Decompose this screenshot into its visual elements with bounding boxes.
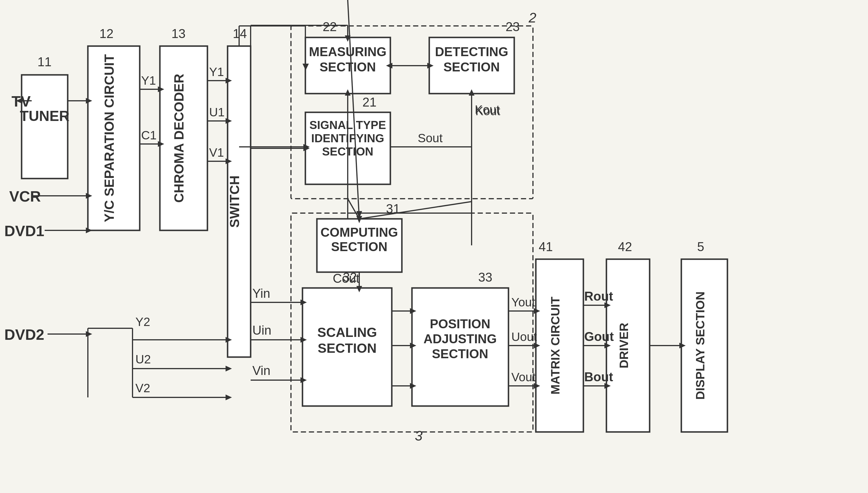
rout-label: Rout xyxy=(584,289,613,303)
svg-rect-3 xyxy=(22,75,68,178)
display-label: DISPLAY SECTION xyxy=(694,292,707,400)
yout-label: Yout xyxy=(511,296,535,309)
uin-label: Uin xyxy=(252,323,271,337)
y1-label2: Y1 xyxy=(209,65,224,79)
vout-label: Vout xyxy=(511,370,535,384)
sout-label: Sout xyxy=(418,131,443,145)
scaling-label1: SCALING xyxy=(317,325,377,340)
bout-label: Bout xyxy=(584,370,613,384)
label-num33: 33 xyxy=(478,270,492,284)
label-num22: 22 xyxy=(323,20,337,34)
yin-label: Yin xyxy=(252,286,270,300)
label-num42: 42 xyxy=(618,240,632,254)
block-diagram: 2 3 TUNER 11 Y/C SEPARATION CIRCUIT 12 C… xyxy=(0,0,868,493)
label-num41: 41 xyxy=(539,240,553,254)
label-num5: 5 xyxy=(697,240,704,254)
matrix-label: MATRIX CIRCUIT xyxy=(549,297,562,394)
cout-label: Cout xyxy=(333,271,360,285)
label-num23: 23 xyxy=(506,20,520,34)
pos-adj-label1: POSITION xyxy=(430,317,490,331)
c1-label: C1 xyxy=(141,128,157,142)
scaling-label2: SECTION xyxy=(318,341,377,356)
switch-label: SWITCH xyxy=(227,175,242,228)
measuring-label2: SECTION xyxy=(319,60,376,74)
dvd2-label: DVD2 xyxy=(4,326,44,343)
gout-label: Gout xyxy=(584,329,614,344)
detecting-label1: DETECTING xyxy=(435,45,508,59)
detecting-label2: SECTION xyxy=(443,60,500,74)
label-num2: 2 xyxy=(528,10,536,25)
driver-label: DRIVER xyxy=(617,323,631,369)
y2-label: Y2 xyxy=(135,315,150,328)
y1-label1: Y1 xyxy=(141,74,156,87)
v2-label: V2 xyxy=(135,381,150,395)
pos-adj-label3: SECTION xyxy=(432,347,488,361)
label-num11: 11 xyxy=(38,55,51,69)
yc-sep-label: Y/C SEPARATION CIRCUIT xyxy=(102,54,117,222)
vin-label: Vin xyxy=(252,363,271,378)
pos-adj-label2: ADJUSTING xyxy=(423,332,497,346)
label-num13: 13 xyxy=(171,26,186,41)
label-num21: 21 xyxy=(362,95,377,109)
dvd1-label: DVD1 xyxy=(4,222,44,239)
uout-label: Uout xyxy=(511,330,537,344)
tuner-label: TUNER xyxy=(20,108,69,124)
label-num14: 14 xyxy=(233,26,247,41)
computing-label1: COMPUTING xyxy=(321,225,398,239)
chroma-decoder-label: CHROMA DECODER xyxy=(171,74,186,203)
v1-label: V1 xyxy=(209,146,224,159)
label-num3: 3 xyxy=(415,428,423,444)
u2-label: U2 xyxy=(135,352,151,366)
computing-label2: SECTION xyxy=(331,240,387,254)
measuring-label1: MEASURING xyxy=(309,45,387,59)
label-num12: 12 xyxy=(99,26,113,41)
u1-label: U1 xyxy=(209,105,225,119)
kout-label2: Kout xyxy=(475,103,500,116)
